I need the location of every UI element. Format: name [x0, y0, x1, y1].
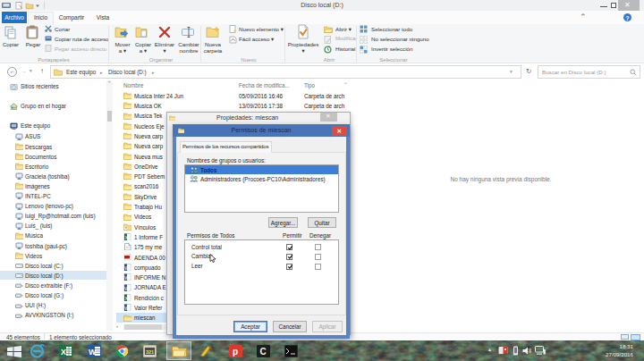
svg-text:W: W — [89, 348, 97, 357]
svg-text:X: X — [61, 348, 66, 357]
svg-text:C: C — [260, 347, 267, 357]
svg-text:p: p — [233, 347, 238, 357]
svg-text:321: 321 — [146, 349, 154, 355]
